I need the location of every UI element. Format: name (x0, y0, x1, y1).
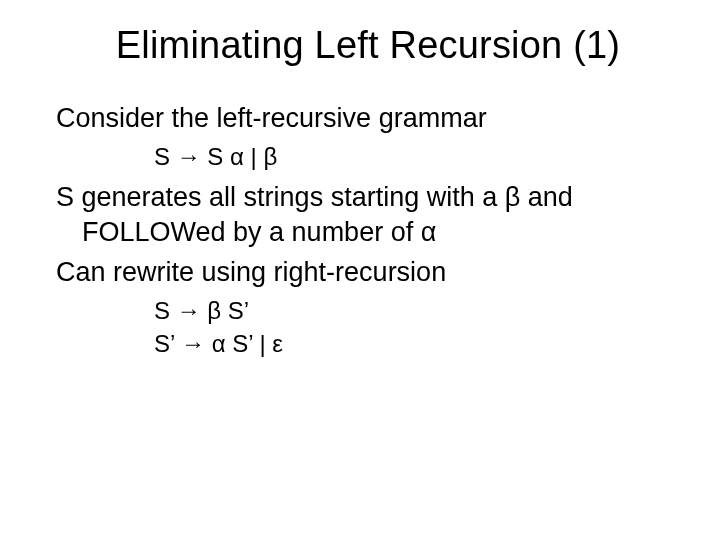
intro-line: Consider the left-recursive grammar (56, 101, 680, 136)
slide: Eliminating Left Recursion (1) Consider … (0, 0, 720, 540)
slide-body: Consider the left-recursive grammar S → … (56, 101, 680, 359)
grammar-rewrite-2: S’ → α S’ | ε (56, 329, 680, 360)
grammar-rewrite-1: S → β S’ (56, 296, 680, 327)
explanation-line: S generates all strings starting with a … (56, 180, 680, 249)
rewrite-line: Can rewrite using right-recursion (56, 255, 680, 290)
grammar-original: S → S α | β (56, 142, 680, 173)
slide-title: Eliminating Left Recursion (1) (56, 24, 680, 67)
